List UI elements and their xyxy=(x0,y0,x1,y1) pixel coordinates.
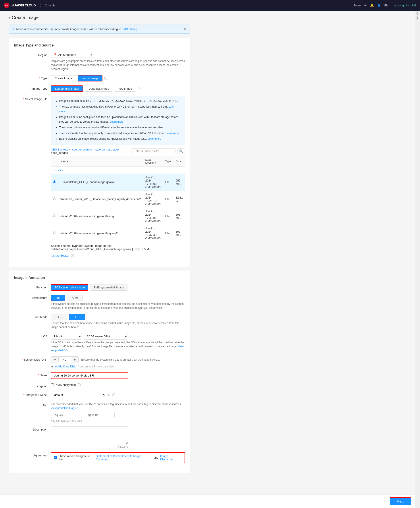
back-link[interactable]: ← Back xyxy=(53,168,63,172)
ims-pricing-link[interactable]: IMS pricing xyxy=(123,27,137,31)
brand-name: HUAWEI CLOUD xyxy=(12,4,36,7)
disk-value: 40 xyxy=(59,357,71,362)
obs-bucket-name-link[interactable]: hyperbdr-system-image-do-not-delete xyxy=(71,148,119,151)
row3-radio[interactable] xyxy=(53,215,56,217)
svg-text:HW: HW xyxy=(5,4,8,7)
learn-more-link-3[interactable]: Learn more xyxy=(166,132,179,135)
ep-info-icon[interactable]: ⓘ xyxy=(112,393,115,397)
row1-size: 555 MiB xyxy=(173,173,185,191)
row2-modified: Jun 21, 2024 18:21:13 GMT+08:00 xyxy=(143,191,163,208)
create-bucket-info-icon[interactable]: ⓘ xyxy=(71,254,74,257)
supported-os-link[interactable]: View supported OSs. xyxy=(51,345,184,352)
bios-button[interactable]: BIOS xyxy=(51,314,67,320)
ep-select[interactable]: default xyxy=(51,392,106,398)
name-row: Name xyxy=(14,372,185,379)
huawei-logo-icon: HW xyxy=(4,2,10,8)
create-bucket-link[interactable]: Create Bucket xyxy=(51,254,69,257)
table-row[interactable]: ubuntu-20.04-server-cloudimg-amd64.img J… xyxy=(51,208,185,225)
row1-name: HuaweiCloud_UEFI_GenericImage.qcow2 xyxy=(58,173,143,191)
info-banner: ℹ IMS is now in commercial use. Any priv… xyxy=(9,25,190,34)
file-info-item-5: The Fast Create function applies only to… xyxy=(59,131,181,136)
arm-button[interactable]: ARM xyxy=(67,295,83,301)
data-disk-image-button[interactable]: Data disk image xyxy=(85,86,113,92)
table-row[interactable]: Windows_Server_2016_Datacenter_64bit_Eng… xyxy=(51,191,185,208)
learn-more-link-4[interactable]: Learn more xyxy=(147,137,161,140)
agreement-checkbox[interactable] xyxy=(54,456,57,459)
disk-increase-button[interactable]: + xyxy=(71,357,78,363)
system-disk-image-button[interactable]: System disk image xyxy=(51,85,83,92)
obs-arrow-2: › xyxy=(119,148,120,151)
encrypt-row: KMS encryption ⓘ xyxy=(51,383,185,387)
os-selects-row: Ubuntu 20.04 server 64bit xyxy=(51,333,185,340)
sidebar-icon-1[interactable]: ❮ xyxy=(416,12,419,15)
type-info-icon[interactable]: ⓘ xyxy=(104,76,107,80)
kms-info-icon[interactable]: ⓘ xyxy=(78,383,81,387)
arch-hint: If the system detects an architecture ty… xyxy=(51,302,185,310)
select-image-file-row: Select Image File Image file format must… xyxy=(14,96,185,258)
arch-button-group: x86 ARM xyxy=(51,295,185,301)
nav-lang[interactable]: EN xyxy=(384,4,388,7)
file-search-button[interactable]: 🔍 xyxy=(177,148,185,154)
region-value: AP-Singapore xyxy=(58,53,88,56)
x86-button[interactable]: x86 xyxy=(51,295,65,301)
row2-name: Windows_Server_2016_Datacenter_64bit_Eng… xyxy=(58,191,143,208)
function-button-group: ECS system disk image BMS system disk im… xyxy=(51,284,185,291)
nav-console[interactable]: Console xyxy=(45,4,56,7)
description-textarea[interactable] xyxy=(51,426,128,444)
info-icon: ℹ xyxy=(13,27,14,31)
os-version-select[interactable]: 20.04 server 64bit xyxy=(84,333,128,340)
system-disk-label: System Disk (GiB) xyxy=(14,356,47,361)
row1-radio[interactable] xyxy=(53,180,56,183)
name-input[interactable] xyxy=(51,372,128,379)
image-type-info-icon[interactable]: ⓘ xyxy=(138,87,141,91)
nav-more[interactable]: More xyxy=(354,4,361,7)
name-label: Name xyxy=(14,372,47,377)
row4-radio[interactable] xyxy=(53,232,56,234)
create-image-button[interactable]: Create Image xyxy=(51,75,76,81)
table-row[interactable]: ubuntu-20.04-server-cloudimg-amd64.qcow2… xyxy=(51,225,185,242)
row2-radio[interactable] xyxy=(53,197,56,200)
boot-mode-row: Boot Mode BIOS UEFI Ensure that the sele… xyxy=(14,314,185,329)
table-col-modified: Last Modified xyxy=(143,156,163,167)
nav-message-icon[interactable]: ✉ xyxy=(364,4,367,7)
ep-select-row: default ↻ ⓘ xyxy=(51,392,185,398)
sidebar-icon-2[interactable]: ❯ xyxy=(416,16,419,20)
ep-refresh-icon[interactable]: ↻ xyxy=(108,393,111,397)
learn-more-link-2[interactable]: Learn more xyxy=(110,120,123,123)
table-row[interactable]: HuaweiCloud_UEFI_GenericImage.qcow2 Jun … xyxy=(51,173,185,191)
disclaimer-link[interactable]: Image Disclaimer xyxy=(160,455,182,461)
nav-user-icon[interactable]: 👤 xyxy=(377,4,381,7)
region-select[interactable]: 📍 AP-Singapore ▼ xyxy=(51,52,95,58)
kms-encryption-checkbox[interactable] xyxy=(51,383,54,386)
description-row: Description 0/1,024 c xyxy=(14,426,185,448)
select-image-file-label: Select Image File xyxy=(14,96,47,101)
import-image-button[interactable]: Import Image xyxy=(78,75,103,82)
iso-image-button[interactable]: ISO image xyxy=(115,86,136,92)
file-info-list: Image file format must be VHD, ZVHD, VMD… xyxy=(55,99,181,142)
table-col-name: Name xyxy=(58,156,143,167)
table-col-size: Size xyxy=(173,156,185,167)
uefi-button[interactable]: UEFI xyxy=(69,314,85,320)
tag-key-input[interactable] xyxy=(51,412,82,418)
banner-close-button[interactable]: ✕ xyxy=(184,27,186,31)
predefined-tags-link[interactable]: View predefined tags xyxy=(51,407,76,410)
page-title-row: ‹ Create Image xyxy=(9,15,190,20)
tag-hint: It is recommended that you use TMS's pre… xyxy=(51,402,185,410)
bms-system-disk-button[interactable]: BMS system disk image xyxy=(90,284,127,291)
refresh-tag-icon[interactable]: ↻ xyxy=(77,407,80,410)
function-content: ECS system disk image BMS system disk im… xyxy=(51,284,185,291)
file-table-header-row: Name Last Modified Type Size xyxy=(51,156,185,167)
os-select[interactable]: Ubuntu xyxy=(51,333,82,340)
learn-more-link-1[interactable]: Learn more xyxy=(59,105,175,113)
nav-bell-icon[interactable]: 🔔 xyxy=(370,4,374,7)
obs-buckets-link[interactable]: OBS Buckets xyxy=(51,148,68,151)
tag-value-input[interactable] xyxy=(84,412,115,418)
file-search-input[interactable] xyxy=(131,148,176,154)
nav-username[interactable]: maohongming_888 xyxy=(392,4,416,7)
statement-link[interactable]: Statement of Commitment to Image Creatio… xyxy=(96,455,152,461)
back-arrow-icon[interactable]: ‹ xyxy=(9,16,10,20)
type-content: Create Image Import Image ⓘ xyxy=(51,75,185,82)
ecs-system-disk-button[interactable]: ECS system disk image xyxy=(51,284,88,291)
disk-decrease-button[interactable]: − xyxy=(51,357,59,363)
add-data-disk-link[interactable]: + Add Data Disk xyxy=(55,365,76,368)
